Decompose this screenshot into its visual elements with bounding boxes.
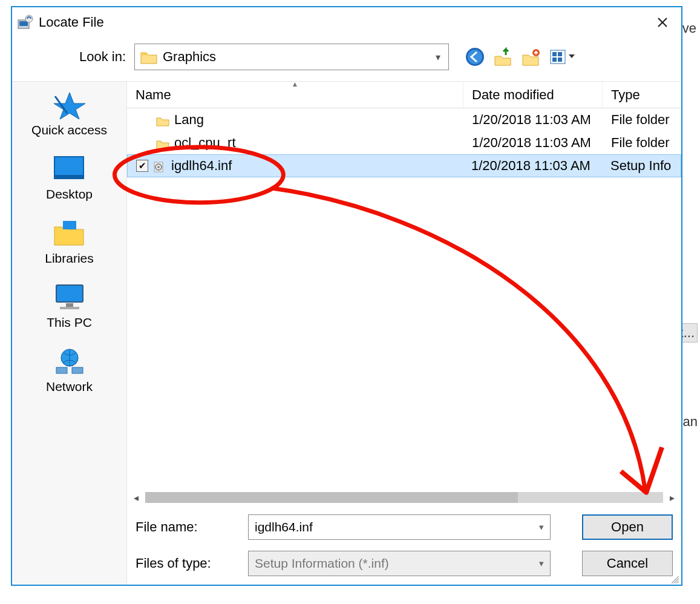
column-name[interactable]: ▲ Name [127,82,463,108]
svg-rect-7 [552,52,557,56]
new-folder-button[interactable] [520,47,541,67]
scroll-left-icon[interactable]: ◂ [129,492,143,504]
scroll-track[interactable] [145,492,663,503]
app-icon [17,14,34,31]
svg-rect-9 [552,57,557,62]
file-name-value: igdlh64.inf [255,520,539,534]
file-type: File folder [603,135,681,151]
dialog-title: Locate File [39,15,104,30]
scroll-thumb[interactable] [145,492,518,503]
lookin-combo[interactable]: Graphics ▾ [134,44,449,70]
bottom-panel: File name: igdlh64.inf ▾ Open Files of t… [127,505,681,585]
file-date: 1/20/2018 11:03 AM [463,158,602,174]
dialog-body: Quick access Desktop Libraries This PC [12,81,681,585]
svg-rect-16 [66,303,73,307]
svg-rect-20 [72,367,83,373]
file-type-combo[interactable]: Setup Information (*.inf) ▾ [248,551,551,576]
file-name: ocl_cpu_rt [174,135,236,151]
places-bar: Quick access Desktop Libraries This PC [12,81,127,585]
resize-grip-icon[interactable] [669,573,679,582]
svg-rect-10 [558,57,562,62]
lookin-row: Look in: Graphics ▾ [12,38,681,81]
svg-rect-13 [63,221,76,229]
star-icon [51,90,88,119]
titlebar: Locate File [12,7,681,38]
view-menu-button[interactable] [548,47,577,67]
horizontal-scrollbar[interactable]: ◂ ▸ [127,490,681,505]
chevron-down-icon: ▾ [539,522,544,533]
place-network[interactable]: Network [46,347,93,394]
column-date[interactable]: Date modified [463,82,603,108]
column-type-label: Type [611,87,640,103]
chevron-down-icon: ▾ [539,558,544,569]
libraries-icon [51,218,87,248]
desktop-icon [51,154,87,183]
file-row[interactable]: Lang 1/20/2018 11:03 AM File folder [127,108,681,131]
back-button[interactable] [465,47,485,67]
file-date: 1/20/2018 11:03 AM [463,112,603,128]
file-type-label: Files of type: [136,556,248,571]
up-one-level-button[interactable] [492,47,513,67]
svg-rect-1 [19,21,28,26]
folder-icon [140,49,158,65]
column-type[interactable]: Type [603,82,681,108]
place-quick-access[interactable]: Quick access [31,90,107,137]
file-type: Setup Info [602,158,681,174]
file-type-value: Setup Information (*.inf) [255,556,539,571]
column-name-label: Name [136,87,171,103]
scroll-right-icon[interactable]: ▸ [666,492,679,504]
cancel-button[interactable]: Cancel [582,551,673,576]
locate-file-dialog: Locate File Look in: Graphics ▾ [11,6,682,586]
file-name: igdlh64.inf [171,158,232,174]
file-row-selected[interactable]: ✔ igdlh64.inf 1/20/2018 11:03 AM Setup I… [127,154,681,177]
file-name-label: File name: [136,519,248,535]
svg-rect-19 [56,367,67,373]
folder-icon [156,114,169,125]
file-name: Lang [174,112,204,128]
column-headers: ▲ Name Date modified Type [127,82,681,108]
computer-icon [51,283,88,312]
svg-point-2 [25,15,33,22]
file-name-combo[interactable]: igdlh64.inf ▾ [248,514,551,540]
place-label: Network [46,379,93,394]
lookin-label: Look in: [19,49,134,65]
place-this-pc[interactable]: This PC [47,283,92,330]
place-label: Desktop [46,187,93,202]
network-icon [51,347,88,376]
svg-rect-17 [60,307,79,309]
file-list-area: ▲ Name Date modified Type Lang 1/20/2018… [127,81,681,585]
place-libraries[interactable]: Libraries [45,218,94,266]
place-label: Libraries [45,251,94,266]
file-row[interactable]: ocl_cpu_rt 1/20/2018 11:03 AM File folde… [127,131,681,154]
lookin-value: Graphics [163,49,428,65]
close-button[interactable] [649,10,676,34]
inf-file-icon [153,160,166,171]
sort-ascending-icon: ▲ [292,80,299,88]
toolbar-icons [465,47,577,67]
svg-point-4 [468,50,482,64]
svg-rect-12 [54,175,83,179]
svg-rect-8 [558,52,562,56]
checkbox-checked-icon[interactable]: ✔ [136,160,148,172]
place-label: Quick access [31,123,107,137]
column-date-label: Date modified [472,87,554,103]
place-desktop[interactable]: Desktop [46,154,93,202]
file-rows: Lang 1/20/2018 11:03 AM File folder ocl_… [127,108,681,490]
file-type: File folder [603,112,681,128]
chevron-down-icon: ▾ [428,51,448,63]
open-button[interactable]: Open [582,514,673,540]
svg-rect-14 [56,285,83,302]
svg-point-23 [157,166,160,168]
file-date: 1/20/2018 11:03 AM [463,135,603,151]
folder-icon [156,137,169,148]
place-label: This PC [47,315,92,330]
